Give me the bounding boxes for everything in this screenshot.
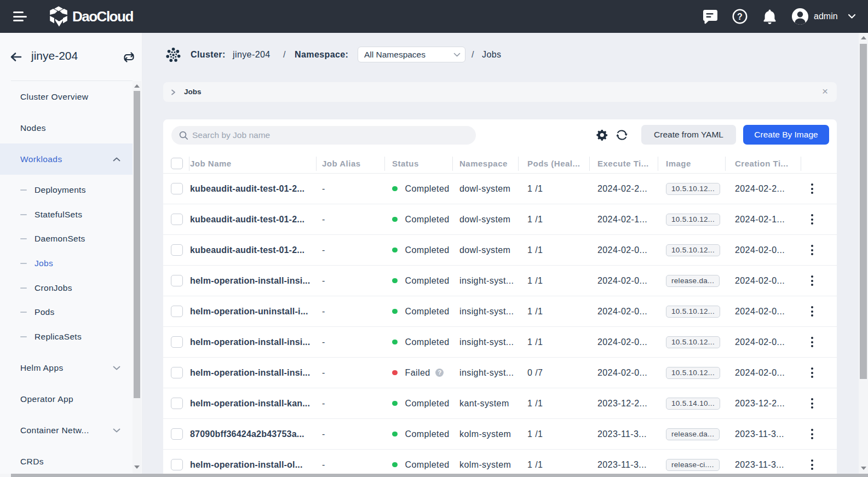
svg-text:?: ?	[737, 12, 743, 21]
